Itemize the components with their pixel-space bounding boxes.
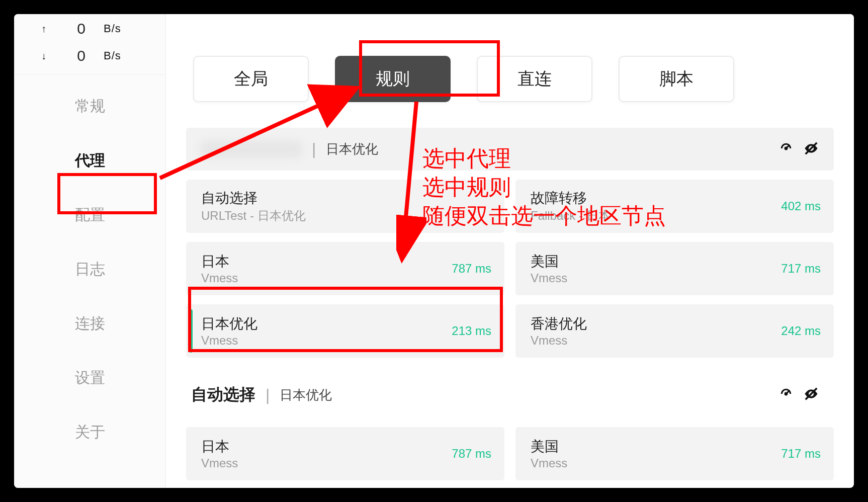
main-content: | 日本优化 自动选择 URLTest - 日本优化 — [166, 113, 854, 488]
download-speed: ↓ 0 B/s — [14, 41, 165, 68]
node-ping: 213 ms — [452, 324, 491, 338]
node-name: 日本 — [201, 252, 238, 271]
upload-speed: ↑ 0 B/s — [14, 14, 165, 41]
node-usa-2[interactable]: 美国 Vmess 717 ms — [515, 427, 834, 480]
mode-direct[interactable]: 直连 — [477, 56, 592, 102]
group-sep: | — [312, 140, 316, 158]
node-proto: Vmess — [531, 271, 567, 285]
group2-sep: | — [266, 386, 270, 404]
nav: 常规 代理 配置 日志 连接 设置 关于 — [14, 79, 165, 459]
node-ping: 717 ms — [781, 447, 821, 461]
node-name: 香港优化 — [531, 314, 587, 333]
node-proto: Vmess — [201, 333, 257, 348]
group-name-blurred — [201, 141, 302, 158]
node-japan[interactable]: 日本 Vmess 787 ms — [186, 242, 504, 295]
speedtest-icon[interactable] — [778, 141, 794, 158]
nav-connections[interactable]: 连接 — [14, 296, 165, 351]
node-fallback[interactable]: 故障转移 Fallback - 日本 402 ms — [515, 180, 834, 233]
nav-settings[interactable]: 设置 — [14, 351, 165, 405]
proxy-group-header[interactable]: | 日本优化 — [186, 128, 834, 171]
nav-general[interactable]: 常规 — [14, 79, 165, 133]
nav-proxy[interactable]: 代理 — [14, 133, 165, 188]
node-proto: Fallback - 日本 — [531, 208, 611, 224]
sidebar: ↑ 0 B/s ↓ 0 B/s 常规 代理 配置 日志 连接 设置 关于 — [14, 14, 166, 488]
nav-profile[interactable]: 配置 — [14, 188, 165, 242]
node-grid-1: 自动选择 URLTest - 日本优化 故障转移 Fallback - 日本 4… — [186, 180, 834, 358]
app-window: ↑ 0 B/s ↓ 0 B/s 常规 代理 配置 日志 连接 设置 关于 全局 … — [14, 14, 854, 488]
node-auto-select[interactable]: 自动选择 URLTest - 日本优化 — [186, 180, 504, 233]
eye-off-icon[interactable] — [804, 141, 819, 158]
mode-bar: 全局 规则 直连 脚本 — [166, 14, 854, 113]
eye-off-icon[interactable] — [804, 386, 819, 403]
node-proto: Vmess — [201, 271, 238, 285]
node-name: 自动选择 — [201, 189, 306, 208]
sidebar-divider — [14, 74, 165, 75]
node-proto: Vmess — [201, 456, 238, 470]
node-usa[interactable]: 美国 Vmess 717 ms — [515, 242, 834, 295]
node-name: 日本 — [201, 437, 238, 456]
node-japan-2[interactable]: 日本 Vmess 787 ms — [186, 427, 504, 480]
node-proto: Vmess — [531, 456, 567, 470]
upload-unit: B/s — [104, 22, 121, 35]
nav-about[interactable]: 关于 — [14, 405, 165, 459]
node-proto: URLTest - 日本优化 — [201, 208, 306, 224]
nav-log[interactable]: 日志 — [14, 242, 165, 296]
node-ping: 402 ms — [781, 199, 821, 213]
node-name: 故障转移 — [531, 189, 611, 208]
download-unit: B/s — [104, 49, 121, 62]
node-hongkong-optimized[interactable]: 香港优化 Vmess 242 ms — [515, 304, 834, 358]
node-name: 美国 — [531, 437, 567, 456]
node-name: 日本优化 — [201, 314, 257, 333]
svg-point-2 — [785, 393, 787, 395]
mode-rule[interactable]: 规则 — [335, 56, 451, 102]
download-value: 0 — [66, 47, 85, 64]
mode-global[interactable]: 全局 — [193, 56, 309, 102]
group2-selected: 日本优化 — [280, 386, 332, 404]
arrow-up-icon: ↑ — [41, 23, 48, 35]
speedtest-icon[interactable] — [778, 386, 794, 403]
node-ping: 242 ms — [781, 324, 821, 338]
node-proto: Vmess — [531, 333, 587, 348]
node-japan-optimized[interactable]: 日本优化 Vmess 213 ms — [186, 304, 504, 358]
node-name: 美国 — [531, 252, 567, 271]
node-ping: 717 ms — [781, 262, 821, 276]
node-grid-2: 日本 Vmess 787 ms 美国 Vmess 717 ms — [186, 427, 834, 488]
svg-point-0 — [785, 147, 787, 149]
arrow-down-icon: ↓ — [41, 50, 48, 62]
mode-script[interactable]: 脚本 — [619, 56, 734, 102]
node-ping: 787 ms — [452, 262, 491, 276]
upload-value: 0 — [66, 20, 85, 37]
node-ping: 787 ms — [452, 447, 491, 461]
proxy-group-2-header[interactable]: 自动选择 | 日本优化 — [186, 372, 834, 418]
group-selected: 日本优化 — [326, 140, 378, 158]
group2-title: 自动选择 — [191, 384, 255, 406]
